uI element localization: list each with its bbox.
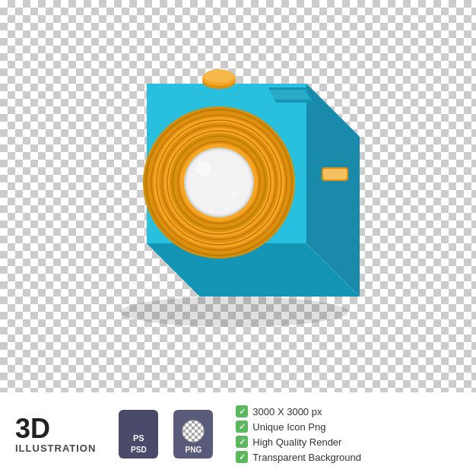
svg-point-25: [230, 190, 238, 198]
check-icon-2: ✓: [236, 420, 248, 433]
png-label: PNG: [186, 446, 202, 454]
check-icon-4: ✓: [236, 451, 248, 463]
illustration-text: ILLUSTRATION: [15, 443, 96, 454]
psd-label: PSD: [131, 446, 147, 454]
checklist-text-3: High Quality Render: [252, 436, 341, 448]
checklist-text-1: 3000 X 3000 px: [252, 406, 322, 417]
ps-badge: PS PSD: [119, 410, 158, 459]
check-icon-1: ✓: [236, 405, 248, 417]
checklist-item-3: ✓ High Quality Render: [236, 436, 361, 448]
info-bar: 3D ILLUSTRATION PS PSD PNG ✓ 3000 X 3000…: [0, 392, 476, 476]
3d-label: 3D ILLUSTRATION: [15, 415, 96, 454]
svg-point-3: [204, 69, 234, 83]
checklist-item-1: ✓ 3000 X 3000 px: [236, 405, 361, 417]
svg-point-0: [120, 297, 348, 327]
svg-point-23: [187, 151, 251, 214]
checklist-text-4: Transparent Background: [252, 452, 361, 463]
3d-text: 3D: [15, 415, 50, 443]
png-checker-icon: [182, 420, 205, 443]
check-icon-3: ✓: [236, 436, 248, 448]
camera-illustration: [71, 15, 405, 342]
checklist-text-2: Unique Icon Png: [252, 421, 325, 433]
ps-label: PS: [133, 433, 144, 443]
main-container: 3D ILLUSTRATION PS PSD PNG ✓ 3000 X 3000…: [0, 0, 476, 476]
feature-checklist: ✓ 3000 X 3000 px ✓ Unique Icon Png ✓ Hig…: [236, 405, 361, 463]
checklist-item-2: ✓ Unique Icon Png: [236, 420, 361, 433]
checklist-item-4: ✓ Transparent Background: [236, 451, 361, 463]
png-badge: PNG: [173, 410, 213, 459]
svg-point-24: [196, 161, 211, 176]
svg-rect-5: [323, 169, 347, 179]
